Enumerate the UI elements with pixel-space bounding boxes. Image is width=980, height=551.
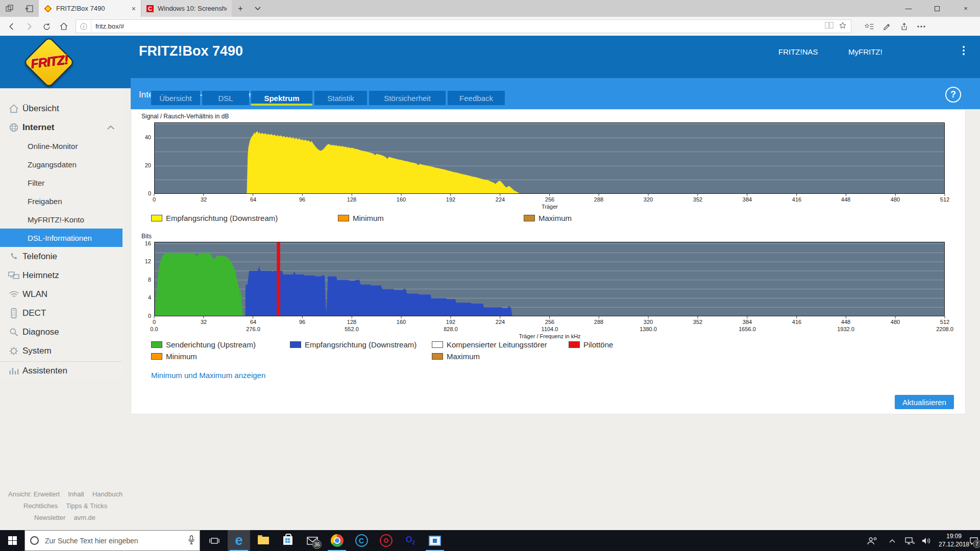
x-tick-label: 480 xyxy=(883,319,908,325)
taskbar-clock[interactable]: 19:09 27.12.2018 xyxy=(936,532,972,548)
sidebar-item-label: Internet xyxy=(22,122,54,133)
sidebar-item-label: Assistenten xyxy=(22,366,67,376)
sidebar-item-online-monitor[interactable]: Online-Monitor xyxy=(0,137,122,155)
close-button[interactable]: × xyxy=(951,0,980,17)
back-icon[interactable] xyxy=(4,19,19,34)
footer-link-newsletter[interactable]: Newsletter xyxy=(34,514,65,521)
footer-link-inhalt[interactable]: Inhalt xyxy=(68,490,84,498)
chrome-taskbar-icon[interactable] xyxy=(326,530,348,551)
task-view-icon[interactable] xyxy=(203,530,226,551)
tab-spektrum[interactable]: Spektrum xyxy=(251,91,312,105)
home-icon[interactable] xyxy=(56,19,71,34)
photos-app-icon[interactable] xyxy=(424,530,446,551)
legend-item-empfangsrichtung-downstream: Empfangsrichtung (Downstream) xyxy=(290,340,416,349)
footer-link-handbuch[interactable]: Handbuch xyxy=(92,490,122,498)
browser-tab[interactable]: FRITZ!Box 7490× xyxy=(39,0,141,17)
reading-view-icon[interactable] xyxy=(825,21,834,31)
set-tabs-aside-icon[interactable] xyxy=(19,0,39,17)
more-options-icon[interactable] xyxy=(914,19,929,34)
file-explorer-icon[interactable] xyxy=(252,530,275,551)
browser-tab[interactable]: CWindows 10: Screenshot ers xyxy=(141,0,232,17)
footer-link-avm-de[interactable]: avm.de xyxy=(74,514,95,521)
mail-badge: 36 xyxy=(312,540,322,549)
tab-statistik[interactable]: Statistik xyxy=(314,91,367,105)
sidebar-item-label: Heimnetz xyxy=(22,270,59,281)
header-link-fritznas[interactable]: FRITZ!NAS xyxy=(778,47,818,56)
refresh-icon[interactable] xyxy=(39,19,54,34)
address-bar[interactable]: fritz.box/# xyxy=(76,19,851,33)
ccleaner-icon[interactable]: C xyxy=(350,530,373,551)
tab-dsl[interactable]: DSL xyxy=(202,91,249,105)
new-tab-button[interactable]: + xyxy=(232,0,249,17)
footer-link-ansicht-erweitert[interactable]: Ansicht: Erweitert xyxy=(8,490,60,498)
globe-icon xyxy=(6,122,21,133)
content-tabs: ÜbersichtDSLSpektrumStatistikStörsicherh… xyxy=(151,91,505,105)
freq-tick-label: 1104.0 xyxy=(537,326,562,332)
url-text[interactable]: fritz.box/# xyxy=(91,22,825,30)
sidebar-item-zugangsdaten[interactable]: Zugangsdaten xyxy=(0,155,122,173)
refresh-button[interactable]: Aktualisieren xyxy=(895,395,954,409)
sidebar-item-telefonie[interactable]: Telefonie xyxy=(0,247,122,266)
legend-item-maximum: Maximum xyxy=(432,352,480,361)
x-tick-label: 192 xyxy=(438,196,463,203)
home-icon xyxy=(6,103,21,114)
tab-label: Spektrum xyxy=(264,94,299,103)
tab-feedback[interactable]: Feedback xyxy=(448,91,505,105)
microsoft-store-icon[interactable] xyxy=(277,530,299,551)
sidebar-item-heimnetz[interactable]: Heimnetz xyxy=(0,266,122,285)
freq-tick-label: 552.0 xyxy=(339,326,364,332)
footer-link-tipps-tricks[interactable]: Tipps & Tricks xyxy=(66,502,107,510)
start-button[interactable] xyxy=(0,530,24,551)
x-tick-label: 384 xyxy=(735,319,760,325)
sidebar-item-freigaben[interactable]: Freigaben xyxy=(0,192,122,210)
sidebar-item-diagnose[interactable]: Diagnose xyxy=(0,322,122,341)
edge-taskbar-icon[interactable]: e xyxy=(228,530,250,551)
tab-preview-icon[interactable] xyxy=(0,0,19,17)
favorite-star-icon[interactable] xyxy=(839,21,847,31)
forward-icon[interactable] xyxy=(21,19,37,34)
sidebar-item-assistenten[interactable]: Assistenten xyxy=(0,361,122,380)
legend-swatch xyxy=(151,215,162,221)
sidebar-item-internet[interactable]: Internet xyxy=(0,118,122,137)
sidebar-item-bersicht[interactable]: Übersicht xyxy=(0,99,122,118)
legend-item-senderichtung-upstream: Senderichtung (Upstream) xyxy=(151,340,256,349)
favorites-hub-icon[interactable] xyxy=(862,19,877,34)
restore-button[interactable] xyxy=(923,0,951,17)
sidebar-item-label: WLAN xyxy=(22,289,47,299)
sidebar-item-dect[interactable]: DECT xyxy=(0,304,122,322)
share-icon[interactable] xyxy=(896,19,912,34)
tray-chevron-icon[interactable] xyxy=(885,530,899,551)
microphone-icon[interactable] xyxy=(188,535,200,546)
footer-link-rechtliches[interactable]: Rechtliches xyxy=(23,502,58,510)
help-icon[interactable]: ? xyxy=(945,87,961,103)
tab-close-icon[interactable]: × xyxy=(129,5,136,13)
x-tick-label: 480 xyxy=(883,196,908,203)
sidebar-item-filter[interactable]: Filter xyxy=(0,173,122,192)
tab-list-chevron-icon[interactable] xyxy=(249,0,266,17)
taskbar-search[interactable]: Zur Suche Text hier eingeben xyxy=(24,530,200,551)
chart1-title: Signal / Rausch-Verhältnis in dB xyxy=(141,113,229,120)
annotate-pen-icon[interactable] xyxy=(879,19,894,34)
network-tray-icon[interactable] xyxy=(901,530,918,551)
people-icon[interactable] xyxy=(864,530,881,551)
header-menu-icon[interactable] xyxy=(959,46,969,58)
tab-st-rsicherheit[interactable]: Störsicherheit xyxy=(369,91,446,105)
show-minmax-link[interactable]: Minimum und Maximum anzeigen xyxy=(151,371,265,380)
o2-app-icon[interactable]: O2 xyxy=(399,530,422,551)
sidebar-item-wlan[interactable]: WLAN xyxy=(0,285,122,304)
legend-item-empfangsrichtung-downstream: Empfangsrichtung (Downstream) xyxy=(151,214,278,222)
minimize-button[interactable]: — xyxy=(894,0,923,17)
tab-bersicht[interactable]: Übersicht xyxy=(151,91,200,105)
sidebar-item-system[interactable]: System xyxy=(0,341,122,360)
header-link-myfritz[interactable]: MyFRITZ! xyxy=(848,47,883,56)
snr-spectrum-chart: 0326496128160192224256288320352384416448… xyxy=(154,122,945,194)
sidebar-item-myfritz-konto[interactable]: MyFRITZ!-Konto xyxy=(0,210,122,229)
freq-tick-label: 0.0 xyxy=(142,326,166,332)
x-tick-label: 0 xyxy=(142,196,166,203)
site-info-icon[interactable] xyxy=(76,20,91,33)
mail-icon[interactable] xyxy=(301,530,324,551)
sidebar-item-dsl-informationen[interactable]: DSL-Informationen xyxy=(0,229,122,247)
red-gear-app-icon[interactable] xyxy=(375,530,397,551)
volume-tray-icon[interactable] xyxy=(918,530,935,551)
freq-tick-label: 2208.0 xyxy=(933,326,957,332)
